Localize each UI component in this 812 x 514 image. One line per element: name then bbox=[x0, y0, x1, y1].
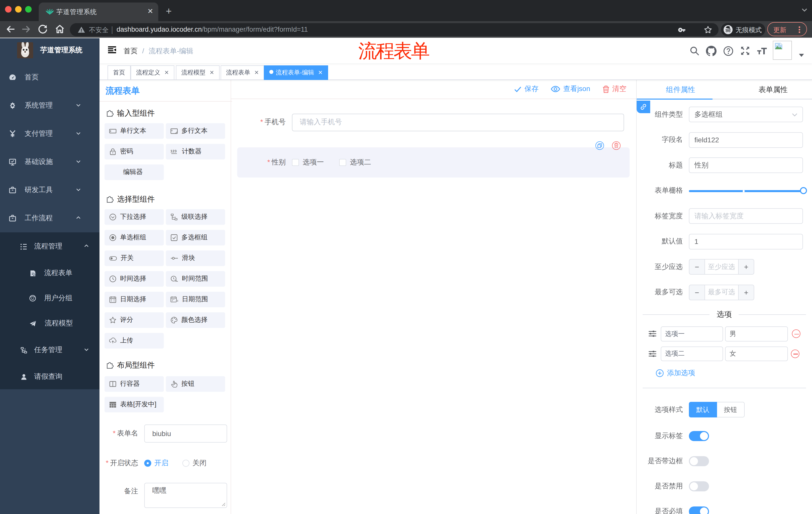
svg-text:123: 123 bbox=[170, 148, 177, 153]
